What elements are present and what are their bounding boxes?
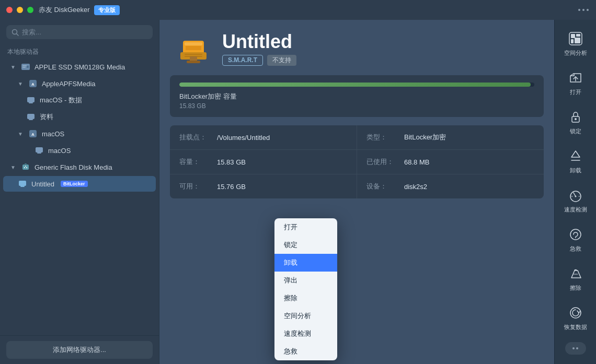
sidebar-label-apfs: AppleAPFSMedia: [42, 80, 96, 88]
search-icon: [12, 29, 19, 36]
local-drives-label: 本地驱动器: [0, 44, 159, 58]
apfs-icon-2: A: [28, 129, 38, 138]
titlebar: 赤友 DiskGeeker 专业版: [0, 0, 596, 20]
app-title: 赤友 DiskGeeker: [39, 5, 90, 15]
toolbar-space-analysis[interactable]: 空间分析: [557, 25, 594, 62]
toolbar-more-button[interactable]: [565, 342, 586, 355]
sidebar-item-resource[interactable]: 资料: [3, 109, 156, 125]
minimize-button[interactable]: [17, 7, 23, 13]
toolbar-rescue-label: 急救: [570, 245, 581, 253]
svg-rect-34: [571, 39, 574, 43]
info-cell-used: 已使用： 68.8 MB: [357, 150, 544, 174]
sidebar-label-resource: 资料: [40, 112, 53, 122]
drive-badges: S.M.A.R.T 不支持: [222, 55, 296, 66]
drive-icon-large: [175, 30, 212, 67]
free-label: 可用：: [179, 182, 211, 191]
info-grid: 挂载点： /Volumes/Untitled 类型： BitLocker加密 容…: [170, 125, 544, 198]
sidebar-label-macos-parent: macOS: [42, 130, 64, 138]
toolbar-recover[interactable]: 恢复数据: [557, 299, 594, 336]
sidebar-label-untitled: Untitled: [31, 180, 54, 188]
context-menu-unmount[interactable]: 卸载: [274, 254, 337, 272]
sidebar-label-apple-ssd: APPLE SSD SM0128G Media: [35, 63, 125, 71]
toolbar-recover-label: 恢复数据: [564, 323, 587, 331]
titlebar-more[interactable]: [578, 9, 589, 11]
svg-rect-33: [576, 34, 580, 37]
close-button[interactable]: [6, 7, 13, 13]
search-bar[interactable]: [6, 25, 153, 39]
type-value: BitLocker加密: [404, 133, 446, 142]
volume-icon-4: [18, 179, 27, 189]
sidebar-item-apple-ssd[interactable]: ▼ APPLE SSD SM0128G Media: [3, 59, 156, 75]
toolbar-erase[interactable]: 擦除: [557, 260, 594, 297]
capacity-label: 容量：: [179, 157, 211, 167]
add-network-button[interactable]: 添加网络驱动器...: [6, 341, 153, 359]
toolbar-space-analysis-label: 空间分析: [564, 49, 587, 57]
traffic-lights: [6, 7, 33, 13]
drive-title: Untitled: [222, 31, 296, 52]
toolbar-lock[interactable]: 锁定: [557, 103, 594, 140]
capacity-value: 15.83 GB: [217, 158, 246, 166]
svg-rect-32: [571, 34, 575, 38]
toolbar-speed-check[interactable]: 速度检测: [557, 182, 594, 219]
apfs-icon: A: [28, 79, 38, 88]
unsupported-badge: 不支持: [267, 55, 296, 66]
toolbar-open[interactable]: 打开: [557, 64, 594, 101]
svg-point-44: [575, 196, 576, 197]
sidebar-item-macos-data[interactable]: macOS - 数据: [3, 92, 156, 108]
smart-badge: S.M.A.R.T: [222, 55, 263, 66]
storage-bar-fill: [179, 83, 531, 87]
sidebar-footer: 添加网络驱动器...: [0, 335, 159, 364]
mount-label: 挂载点：: [179, 133, 211, 142]
storage-bar-track: [179, 83, 534, 87]
sidebar-item-untitled[interactable]: Untitled BitLocker: [3, 176, 156, 192]
storage-bar-container: BitLocker加密 容量 15.83 GB: [170, 75, 544, 117]
unmount-icon: [567, 148, 584, 165]
context-menu-eject[interactable]: 弹出: [274, 272, 337, 289]
search-input[interactable]: [22, 28, 147, 36]
svg-point-38: [575, 118, 577, 120]
content-area: Untitled S.M.A.R.T 不支持 BitLocker加密 容量 15…: [159, 20, 554, 364]
toolbar-speed-label: 速度检测: [564, 206, 587, 214]
sidebar-item-apfs[interactable]: ▼ A AppleAPFSMedia: [3, 76, 156, 91]
context-menu-open[interactable]: 打开: [274, 218, 337, 236]
context-menu-lock[interactable]: 锁定: [274, 236, 337, 254]
svg-rect-3: [22, 65, 27, 66]
info-cell-device: 设备： disk2s2: [357, 174, 544, 198]
svg-rect-15: [37, 152, 41, 154]
toolbar-open-label: 打开: [570, 88, 581, 96]
sidebar-item-macos-parent[interactable]: ▼ A macOS: [3, 126, 156, 142]
context-menu-space[interactable]: 空间分析: [274, 307, 337, 325]
context-menu-rescue[interactable]: 急救: [274, 343, 337, 360]
toolbar-unmount-label: 卸载: [570, 167, 581, 174]
svg-point-46: [575, 237, 576, 238]
context-menu: 打开 锁定 卸载 弹出 擦除 空间分析 速度检测 急救: [274, 218, 337, 360]
toolbar-erase-label: 擦除: [570, 284, 581, 292]
svg-rect-11: [29, 119, 33, 120]
type-label: 类型：: [366, 133, 398, 142]
context-menu-erase[interactable]: 擦除: [274, 289, 337, 307]
collapse-arrow: ▼: [10, 64, 16, 70]
sidebar: 本地驱动器 ▼ APPLE SSD SM0128G Media ▼ A: [0, 20, 159, 364]
sidebar-item-generic-flash[interactable]: ▼ Generic Flash Disk Media: [3, 159, 156, 175]
svg-point-20: [26, 167, 27, 168]
collapse-arrow-apfs: ▼: [18, 81, 23, 87]
context-menu-speed[interactable]: 速度检测: [274, 325, 337, 343]
svg-rect-21: [19, 181, 26, 186]
info-row-3: 可用： 15.76 GB 设备： disk2s2: [170, 174, 544, 198]
rescue-icon: [567, 226, 584, 243]
sidebar-label-macos-vol: macOS: [48, 147, 71, 155]
svg-rect-4: [22, 67, 26, 68]
maximize-button[interactable]: [27, 7, 33, 13]
device-value: disk2s2: [404, 183, 427, 191]
storage-bar-size: 15.83 GB: [179, 102, 534, 110]
collapse-arrow-flash: ▼: [10, 165, 16, 170]
sidebar-item-macos-vol[interactable]: macOS: [3, 143, 156, 158]
svg-rect-22: [20, 186, 25, 187]
info-row-1: 挂载点： /Volumes/Untitled 类型： BitLocker加密: [170, 125, 544, 150]
ssd-icon: [21, 62, 30, 72]
used-value: 68.8 MB: [404, 158, 429, 166]
toolbar-rescue[interactable]: 急救: [557, 221, 594, 258]
used-label: 已使用：: [366, 157, 398, 167]
volume-icon-1: [26, 96, 36, 105]
toolbar-unmount[interactable]: 卸载: [557, 143, 594, 180]
